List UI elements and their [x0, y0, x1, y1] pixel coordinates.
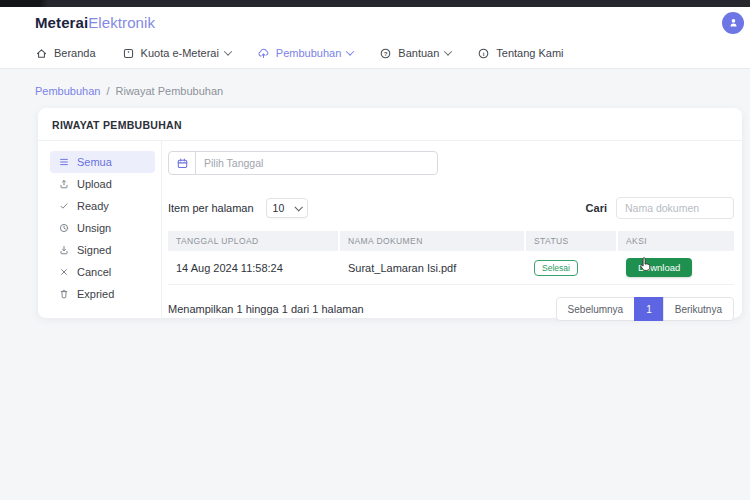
card-title: RIWAYAT PEMBUBUHAN — [38, 108, 742, 141]
breadcrumb: Pembubuhan / Riwayat Pembubuhan — [35, 85, 223, 97]
search-label: Cari — [586, 202, 607, 214]
pagination: Sebelumnya 1 Berikutnya — [556, 297, 734, 321]
per-page-value: 10 — [273, 202, 285, 214]
search-group: Cari — [586, 197, 734, 219]
window-top-bar — [0, 0, 750, 7]
brand-bold: Meterai — [35, 14, 88, 31]
download-button[interactable]: Download — [626, 258, 692, 277]
avatar-button[interactable] — [722, 12, 744, 34]
column-header-status: STATUS — [526, 231, 616, 251]
sidebar-item-label: Semua — [77, 156, 112, 168]
sidebar-item-ready[interactable]: Ready — [50, 195, 155, 217]
app-header: MeteraiElektronik — [0, 7, 750, 38]
person-icon — [727, 16, 740, 29]
main-nav: Beranda Kuota e-Meterai Pembubuhan ? — [0, 38, 750, 69]
chevron-down-icon — [346, 47, 354, 55]
table-footer: Menampilkan 1 hingga 1 dari 1 halaman Se… — [168, 297, 734, 321]
brand-light: Elektronik — [88, 14, 155, 31]
sidebar-item-label: Upload — [77, 178, 112, 190]
question-circle-icon: ? — [379, 47, 392, 60]
quota-box-icon — [122, 47, 135, 60]
cell-aksi: Download — [618, 258, 734, 277]
status-filter-sidebar: Semua Upload Ready — [38, 141, 162, 320]
clock-icon — [58, 222, 70, 234]
cloud-upload-icon — [257, 47, 270, 60]
search-input[interactable] — [616, 197, 734, 219]
pagination-prev-button[interactable]: Sebelumnya — [556, 297, 636, 321]
nav-label: Kuota e-Meterai — [141, 47, 219, 59]
nav-item-bantuan[interactable]: ? Bantuan — [379, 47, 451, 60]
sidebar-item-expried[interactable]: Expried — [50, 283, 155, 305]
per-page-label: Item per halaman — [168, 202, 254, 214]
nav-item-pembubuhan[interactable]: Pembubuhan — [257, 47, 353, 60]
chevron-down-icon — [224, 47, 232, 55]
chevron-down-icon — [444, 47, 452, 55]
svg-text:?: ? — [384, 49, 388, 56]
card-body: Semua Upload Ready — [38, 141, 742, 320]
cell-tanggal-upload: 14 Aug 2024 11:58:24 — [168, 262, 338, 274]
documents-table: TANGGAL UPLOAD NAMA DOKUMEN STATUS AKSI … — [168, 231, 734, 285]
sidebar-item-label: Expried — [77, 288, 114, 300]
svg-text:i: i — [483, 49, 485, 56]
upload-tray-icon — [58, 178, 70, 190]
sidebar-item-label: Cancel — [77, 266, 111, 278]
sidebar-item-signed[interactable]: Signed — [50, 239, 155, 261]
brand-logo: MeteraiElektronik — [35, 14, 155, 31]
breadcrumb-separator: / — [106, 85, 109, 97]
nav-label: Beranda — [54, 47, 96, 59]
cell-nama-dokumen: Surat_Lamaran Isi.pdf — [340, 262, 524, 274]
cell-status: Selesai — [526, 260, 616, 276]
nav-item-kuota-emeterai[interactable]: Kuota e-Meterai — [122, 47, 231, 60]
column-header-aksi: AKSI — [618, 231, 734, 251]
sidebar-item-label: Signed — [77, 244, 111, 256]
pagination-page-1-button[interactable]: 1 — [634, 297, 664, 321]
nav-label: Tentang Kami — [496, 47, 563, 59]
status-badge: Selesai — [534, 260, 578, 276]
chevron-down-icon — [294, 203, 302, 211]
sidebar-item-semua[interactable]: Semua — [50, 151, 155, 173]
sidebar-item-cancel[interactable]: Cancel — [50, 261, 155, 283]
table-header-row: TANGGAL UPLOAD NAMA DOKUMEN STATUS AKSI — [168, 231, 734, 251]
nav-item-beranda[interactable]: Beranda — [35, 47, 96, 60]
per-page-select[interactable]: 10 — [266, 198, 308, 218]
nav-label: Bantuan — [398, 47, 439, 59]
trash-icon — [58, 288, 70, 300]
sidebar-item-label: Unsign — [77, 222, 111, 234]
breadcrumb-current: Riwayat Pembubuhan — [116, 85, 224, 97]
info-circle-icon: i — [477, 47, 490, 60]
column-header-tanggal-upload: TANGGAL UPLOAD — [168, 231, 338, 251]
sidebar-item-unsign[interactable]: Unsign — [50, 217, 155, 239]
date-picker[interactable] — [168, 151, 438, 175]
download-tray-icon — [58, 244, 70, 256]
column-header-nama-dokumen: NAMA DOKUMEN — [340, 231, 524, 251]
date-input[interactable] — [196, 157, 437, 169]
x-icon — [58, 266, 70, 278]
nav-item-tentang-kami[interactable]: i Tentang Kami — [477, 47, 563, 60]
list-icon — [58, 156, 70, 168]
results-summary: Menampilkan 1 hingga 1 dari 1 halaman — [168, 303, 364, 315]
riwayat-pembubuhan-card: RIWAYAT PEMBUBUHAN Semua Upload — [38, 108, 742, 318]
main-panel: Item per halaman 10 Cari TANGGAL UPLOAD … — [162, 141, 742, 320]
calendar-icon[interactable] — [169, 152, 196, 174]
check-icon — [58, 200, 70, 212]
home-icon — [35, 47, 48, 60]
sidebar-item-label: Ready — [77, 200, 109, 212]
table-controls: Item per halaman 10 Cari — [168, 197, 734, 219]
pagination-next-button[interactable]: Berikutnya — [663, 297, 734, 321]
nav-label: Pembubuhan — [276, 47, 341, 59]
sidebar-item-upload[interactable]: Upload — [50, 173, 155, 195]
breadcrumb-link-pembubuhan[interactable]: Pembubuhan — [35, 85, 100, 97]
table-row: 14 Aug 2024 11:58:24 Surat_Lamaran Isi.p… — [168, 251, 734, 285]
